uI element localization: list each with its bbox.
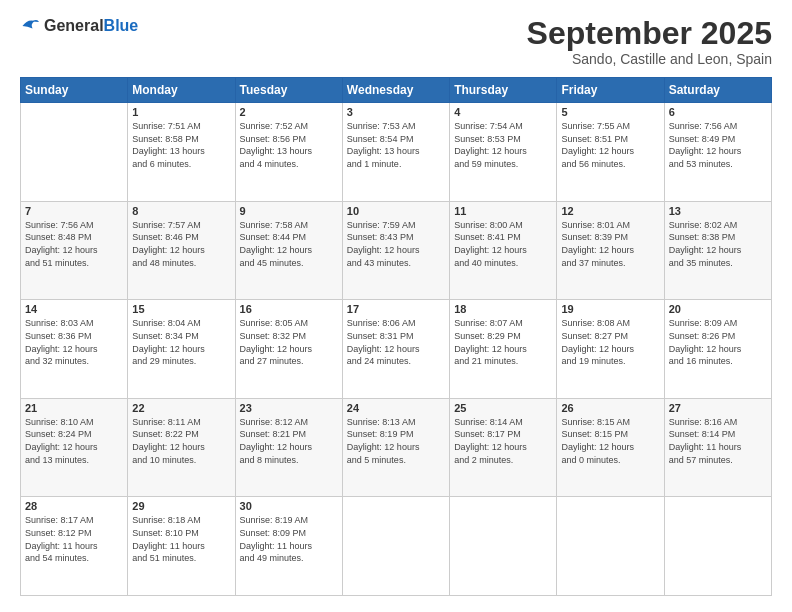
day-content: Sunrise: 8:18 AM Sunset: 8:10 PM Dayligh… <box>132 514 230 564</box>
day-content: Sunrise: 8:02 AM Sunset: 8:38 PM Dayligh… <box>669 219 767 269</box>
page: GeneralBlue September 2025 Sando, Castil… <box>0 0 792 612</box>
calendar-day-cell: 21Sunrise: 8:10 AM Sunset: 8:24 PM Dayli… <box>21 398 128 497</box>
day-number: 27 <box>669 402 767 414</box>
day-number: 18 <box>454 303 552 315</box>
day-number: 9 <box>240 205 338 217</box>
calendar-day-cell: 22Sunrise: 8:11 AM Sunset: 8:22 PM Dayli… <box>128 398 235 497</box>
day-number: 28 <box>25 500 123 512</box>
day-content: Sunrise: 8:11 AM Sunset: 8:22 PM Dayligh… <box>132 416 230 466</box>
day-content: Sunrise: 8:09 AM Sunset: 8:26 PM Dayligh… <box>669 317 767 367</box>
day-number: 26 <box>561 402 659 414</box>
title-block: September 2025 Sando, Castille and Leon,… <box>527 16 772 67</box>
day-content: Sunrise: 7:59 AM Sunset: 8:43 PM Dayligh… <box>347 219 445 269</box>
day-number: 13 <box>669 205 767 217</box>
calendar-header-row: SundayMondayTuesdayWednesdayThursdayFrid… <box>21 78 772 103</box>
day-number: 6 <box>669 106 767 118</box>
calendar-day-cell: 16Sunrise: 8:05 AM Sunset: 8:32 PM Dayli… <box>235 300 342 399</box>
calendar-day-cell: 26Sunrise: 8:15 AM Sunset: 8:15 PM Dayli… <box>557 398 664 497</box>
calendar-day-cell: 28Sunrise: 8:17 AM Sunset: 8:12 PM Dayli… <box>21 497 128 596</box>
day-content: Sunrise: 7:56 AM Sunset: 8:48 PM Dayligh… <box>25 219 123 269</box>
day-content: Sunrise: 8:16 AM Sunset: 8:14 PM Dayligh… <box>669 416 767 466</box>
calendar-week-row: 1Sunrise: 7:51 AM Sunset: 8:58 PM Daylig… <box>21 103 772 202</box>
calendar-day-cell: 23Sunrise: 8:12 AM Sunset: 8:21 PM Dayli… <box>235 398 342 497</box>
day-content: Sunrise: 8:14 AM Sunset: 8:17 PM Dayligh… <box>454 416 552 466</box>
day-content: Sunrise: 8:17 AM Sunset: 8:12 PM Dayligh… <box>25 514 123 564</box>
day-number: 24 <box>347 402 445 414</box>
logo-text: GeneralBlue <box>44 17 138 35</box>
day-number: 21 <box>25 402 123 414</box>
day-header-wednesday: Wednesday <box>342 78 449 103</box>
calendar-day-cell: 20Sunrise: 8:09 AM Sunset: 8:26 PM Dayli… <box>664 300 771 399</box>
day-content: Sunrise: 8:12 AM Sunset: 8:21 PM Dayligh… <box>240 416 338 466</box>
day-content: Sunrise: 8:06 AM Sunset: 8:31 PM Dayligh… <box>347 317 445 367</box>
day-content: Sunrise: 8:05 AM Sunset: 8:32 PM Dayligh… <box>240 317 338 367</box>
calendar-empty-cell <box>664 497 771 596</box>
day-content: Sunrise: 7:55 AM Sunset: 8:51 PM Dayligh… <box>561 120 659 170</box>
calendar-week-row: 28Sunrise: 8:17 AM Sunset: 8:12 PM Dayli… <box>21 497 772 596</box>
calendar-day-cell: 29Sunrise: 8:18 AM Sunset: 8:10 PM Dayli… <box>128 497 235 596</box>
day-number: 10 <box>347 205 445 217</box>
day-header-thursday: Thursday <box>450 78 557 103</box>
day-content: Sunrise: 7:51 AM Sunset: 8:58 PM Dayligh… <box>132 120 230 170</box>
day-content: Sunrise: 8:00 AM Sunset: 8:41 PM Dayligh… <box>454 219 552 269</box>
calendar-day-cell: 4Sunrise: 7:54 AM Sunset: 8:53 PM Daylig… <box>450 103 557 202</box>
day-content: Sunrise: 7:58 AM Sunset: 8:44 PM Dayligh… <box>240 219 338 269</box>
day-number: 4 <box>454 106 552 118</box>
day-content: Sunrise: 8:04 AM Sunset: 8:34 PM Dayligh… <box>132 317 230 367</box>
day-number: 19 <box>561 303 659 315</box>
day-content: Sunrise: 7:52 AM Sunset: 8:56 PM Dayligh… <box>240 120 338 170</box>
day-number: 1 <box>132 106 230 118</box>
day-header-friday: Friday <box>557 78 664 103</box>
day-content: Sunrise: 8:15 AM Sunset: 8:15 PM Dayligh… <box>561 416 659 466</box>
calendar-empty-cell <box>450 497 557 596</box>
day-content: Sunrise: 7:54 AM Sunset: 8:53 PM Dayligh… <box>454 120 552 170</box>
calendar-day-cell: 8Sunrise: 7:57 AM Sunset: 8:46 PM Daylig… <box>128 201 235 300</box>
day-content: Sunrise: 8:10 AM Sunset: 8:24 PM Dayligh… <box>25 416 123 466</box>
day-number: 25 <box>454 402 552 414</box>
logo: GeneralBlue <box>20 16 138 36</box>
calendar-day-cell: 13Sunrise: 8:02 AM Sunset: 8:38 PM Dayli… <box>664 201 771 300</box>
calendar-day-cell: 18Sunrise: 8:07 AM Sunset: 8:29 PM Dayli… <box>450 300 557 399</box>
calendar-day-cell: 5Sunrise: 7:55 AM Sunset: 8:51 PM Daylig… <box>557 103 664 202</box>
calendar-day-cell: 3Sunrise: 7:53 AM Sunset: 8:54 PM Daylig… <box>342 103 449 202</box>
calendar-week-row: 14Sunrise: 8:03 AM Sunset: 8:36 PM Dayli… <box>21 300 772 399</box>
day-content: Sunrise: 8:03 AM Sunset: 8:36 PM Dayligh… <box>25 317 123 367</box>
calendar-empty-cell <box>342 497 449 596</box>
day-number: 15 <box>132 303 230 315</box>
day-number: 8 <box>132 205 230 217</box>
day-header-monday: Monday <box>128 78 235 103</box>
day-number: 12 <box>561 205 659 217</box>
calendar-day-cell: 14Sunrise: 8:03 AM Sunset: 8:36 PM Dayli… <box>21 300 128 399</box>
day-number: 16 <box>240 303 338 315</box>
day-number: 11 <box>454 205 552 217</box>
calendar-day-cell: 30Sunrise: 8:19 AM Sunset: 8:09 PM Dayli… <box>235 497 342 596</box>
logo-blue: Blue <box>104 17 139 34</box>
calendar-day-cell: 19Sunrise: 8:08 AM Sunset: 8:27 PM Dayli… <box>557 300 664 399</box>
calendar-day-cell: 15Sunrise: 8:04 AM Sunset: 8:34 PM Dayli… <box>128 300 235 399</box>
calendar-day-cell: 9Sunrise: 7:58 AM Sunset: 8:44 PM Daylig… <box>235 201 342 300</box>
day-header-tuesday: Tuesday <box>235 78 342 103</box>
location-subtitle: Sando, Castille and Leon, Spain <box>527 51 772 67</box>
calendar-day-cell: 27Sunrise: 8:16 AM Sunset: 8:14 PM Dayli… <box>664 398 771 497</box>
calendar-day-cell: 12Sunrise: 8:01 AM Sunset: 8:39 PM Dayli… <box>557 201 664 300</box>
day-content: Sunrise: 8:19 AM Sunset: 8:09 PM Dayligh… <box>240 514 338 564</box>
calendar-week-row: 7Sunrise: 7:56 AM Sunset: 8:48 PM Daylig… <box>21 201 772 300</box>
calendar-day-cell: 2Sunrise: 7:52 AM Sunset: 8:56 PM Daylig… <box>235 103 342 202</box>
day-content: Sunrise: 7:57 AM Sunset: 8:46 PM Dayligh… <box>132 219 230 269</box>
day-content: Sunrise: 7:53 AM Sunset: 8:54 PM Dayligh… <box>347 120 445 170</box>
day-content: Sunrise: 8:13 AM Sunset: 8:19 PM Dayligh… <box>347 416 445 466</box>
day-number: 30 <box>240 500 338 512</box>
calendar-day-cell: 10Sunrise: 7:59 AM Sunset: 8:43 PM Dayli… <box>342 201 449 300</box>
logo-general: General <box>44 17 104 34</box>
calendar-day-cell: 25Sunrise: 8:14 AM Sunset: 8:17 PM Dayli… <box>450 398 557 497</box>
day-number: 14 <box>25 303 123 315</box>
day-content: Sunrise: 8:08 AM Sunset: 8:27 PM Dayligh… <box>561 317 659 367</box>
calendar-table: SundayMondayTuesdayWednesdayThursdayFrid… <box>20 77 772 596</box>
day-number: 29 <box>132 500 230 512</box>
calendar-day-cell: 11Sunrise: 8:00 AM Sunset: 8:41 PM Dayli… <box>450 201 557 300</box>
calendar-day-cell: 24Sunrise: 8:13 AM Sunset: 8:19 PM Dayli… <box>342 398 449 497</box>
calendar-day-cell: 6Sunrise: 7:56 AM Sunset: 8:49 PM Daylig… <box>664 103 771 202</box>
day-number: 3 <box>347 106 445 118</box>
logo-bird-icon <box>20 16 40 36</box>
day-content: Sunrise: 8:01 AM Sunset: 8:39 PM Dayligh… <box>561 219 659 269</box>
